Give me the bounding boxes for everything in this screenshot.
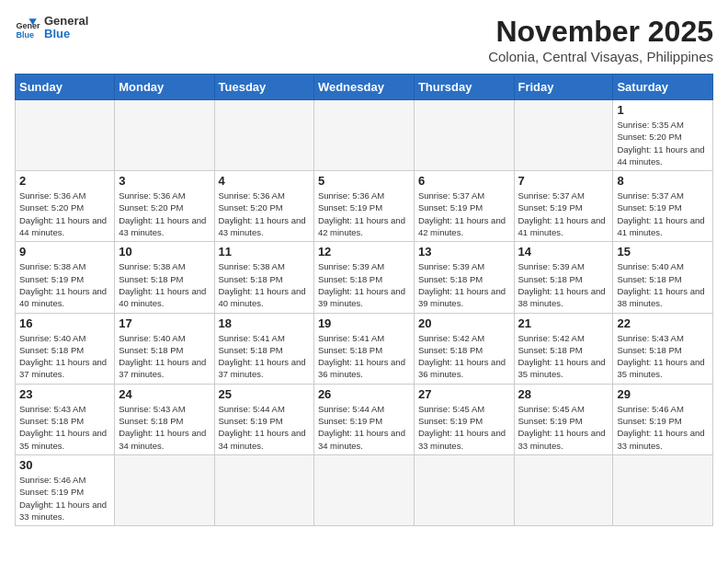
day-info: Sunrise: 5:36 AMSunset: 5:20 PMDaylight:… xyxy=(19,190,110,238)
calendar-day-cell xyxy=(214,454,313,525)
day-number: 6 xyxy=(418,174,510,188)
calendar-day-cell: 3Sunrise: 5:36 AMSunset: 5:20 PMDaylight… xyxy=(115,171,214,242)
day-number: 24 xyxy=(119,387,210,401)
day-of-week-header: Saturday xyxy=(613,75,713,100)
day-number: 29 xyxy=(617,387,709,401)
day-number: 20 xyxy=(418,316,510,330)
day-number: 21 xyxy=(518,316,609,330)
calendar-week-row: 2Sunrise: 5:36 AMSunset: 5:20 PMDaylight… xyxy=(16,171,713,242)
logo-general: General xyxy=(44,15,88,28)
calendar-day-cell: 8Sunrise: 5:37 AMSunset: 5:19 PMDaylight… xyxy=(613,171,713,242)
day-info: Sunrise: 5:38 AMSunset: 5:18 PMDaylight:… xyxy=(219,260,310,309)
day-info: Sunrise: 5:40 AMSunset: 5:18 PMDaylight:… xyxy=(19,332,110,381)
calendar-day-cell xyxy=(414,454,514,525)
day-info: Sunrise: 5:43 AMSunset: 5:18 PMDaylight:… xyxy=(617,332,709,381)
calendar-day-cell: 14Sunrise: 5:39 AMSunset: 5:18 PMDayligh… xyxy=(514,242,613,313)
day-info: Sunrise: 5:44 AMSunset: 5:19 PMDaylight:… xyxy=(219,403,310,452)
day-number: 9 xyxy=(19,245,110,259)
calendar-day-cell xyxy=(115,100,214,171)
calendar-day-cell xyxy=(414,100,514,171)
day-info: Sunrise: 5:45 AMSunset: 5:19 PMDaylight:… xyxy=(418,403,510,452)
calendar-day-cell: 9Sunrise: 5:38 AMSunset: 5:19 PMDaylight… xyxy=(16,242,115,313)
day-info: Sunrise: 5:37 AMSunset: 5:19 PMDaylight:… xyxy=(418,190,510,238)
day-of-week-header: Wednesday xyxy=(313,75,414,100)
day-info: Sunrise: 5:37 AMSunset: 5:19 PMDaylight:… xyxy=(617,190,709,238)
svg-text:Blue: Blue xyxy=(16,30,34,40)
day-info: Sunrise: 5:36 AMSunset: 5:20 PMDaylight:… xyxy=(119,190,210,238)
calendar-day-cell: 7Sunrise: 5:37 AMSunset: 5:19 PMDaylight… xyxy=(514,171,613,242)
day-of-week-header: Sunday xyxy=(16,75,115,100)
calendar-day-cell: 21Sunrise: 5:42 AMSunset: 5:18 PMDayligh… xyxy=(514,313,613,384)
calendar-day-cell: 18Sunrise: 5:41 AMSunset: 5:18 PMDayligh… xyxy=(214,313,313,384)
calendar-day-cell: 23Sunrise: 5:43 AMSunset: 5:18 PMDayligh… xyxy=(16,384,115,454)
calendar-day-cell: 6Sunrise: 5:37 AMSunset: 5:19 PMDaylight… xyxy=(414,171,514,242)
calendar-header-row: SundayMondayTuesdayWednesdayThursdayFrid… xyxy=(16,75,713,100)
calendar-day-cell xyxy=(214,100,313,171)
day-info: Sunrise: 5:46 AMSunset: 5:19 PMDaylight:… xyxy=(617,403,709,452)
calendar-day-cell xyxy=(115,454,214,525)
calendar-day-cell: 30Sunrise: 5:46 AMSunset: 5:19 PMDayligh… xyxy=(16,454,115,525)
day-number: 3 xyxy=(119,174,210,188)
day-number: 8 xyxy=(617,174,709,188)
day-number: 28 xyxy=(518,387,609,401)
calendar-day-cell xyxy=(514,454,613,525)
calendar-day-cell: 26Sunrise: 5:44 AMSunset: 5:19 PMDayligh… xyxy=(313,384,414,454)
day-of-week-header: Thursday xyxy=(414,75,514,100)
day-info: Sunrise: 5:36 AMSunset: 5:19 PMDaylight:… xyxy=(318,190,410,238)
day-number: 27 xyxy=(418,387,510,401)
day-number: 22 xyxy=(617,316,709,330)
day-of-week-header: Tuesday xyxy=(214,75,313,100)
day-of-week-header: Friday xyxy=(514,75,613,100)
month-title: November 2025 xyxy=(488,15,713,49)
calendar-day-cell: 28Sunrise: 5:45 AMSunset: 5:19 PMDayligh… xyxy=(514,384,613,454)
day-info: Sunrise: 5:46 AMSunset: 5:19 PMDaylight:… xyxy=(19,474,110,523)
calendar-day-cell: 25Sunrise: 5:44 AMSunset: 5:19 PMDayligh… xyxy=(214,384,313,454)
calendar-table: SundayMondayTuesdayWednesdayThursdayFrid… xyxy=(15,74,713,526)
day-number: 2 xyxy=(19,174,110,188)
day-number: 7 xyxy=(518,174,609,188)
location-title: Colonia, Central Visayas, Philippines xyxy=(488,49,713,64)
logo-blue: Blue xyxy=(44,28,88,40)
calendar-day-cell: 17Sunrise: 5:40 AMSunset: 5:18 PMDayligh… xyxy=(115,313,214,384)
day-info: Sunrise: 5:37 AMSunset: 5:19 PMDaylight:… xyxy=(518,190,609,238)
day-number: 11 xyxy=(219,245,310,259)
day-number: 17 xyxy=(119,316,210,330)
calendar-day-cell: 19Sunrise: 5:41 AMSunset: 5:18 PMDayligh… xyxy=(313,313,414,384)
day-number: 30 xyxy=(19,458,110,472)
day-info: Sunrise: 5:39 AMSunset: 5:18 PMDaylight:… xyxy=(318,260,410,309)
day-info: Sunrise: 5:38 AMSunset: 5:18 PMDaylight:… xyxy=(119,260,210,309)
day-number: 23 xyxy=(19,387,110,401)
day-info: Sunrise: 5:40 AMSunset: 5:18 PMDaylight:… xyxy=(119,332,210,381)
calendar-day-cell: 15Sunrise: 5:40 AMSunset: 5:18 PMDayligh… xyxy=(613,242,713,313)
day-info: Sunrise: 5:42 AMSunset: 5:18 PMDaylight:… xyxy=(418,332,510,381)
day-number: 25 xyxy=(219,387,310,401)
calendar-day-cell: 12Sunrise: 5:39 AMSunset: 5:18 PMDayligh… xyxy=(313,242,414,313)
page-header: General Blue General Blue November 2025 … xyxy=(15,15,713,64)
day-info: Sunrise: 5:39 AMSunset: 5:18 PMDaylight:… xyxy=(518,260,609,309)
day-info: Sunrise: 5:41 AMSunset: 5:18 PMDaylight:… xyxy=(219,332,310,381)
day-info: Sunrise: 5:41 AMSunset: 5:18 PMDaylight:… xyxy=(318,332,410,381)
day-info: Sunrise: 5:43 AMSunset: 5:18 PMDaylight:… xyxy=(19,403,110,452)
day-info: Sunrise: 5:36 AMSunset: 5:20 PMDaylight:… xyxy=(219,190,310,238)
logo-icon: General Blue xyxy=(15,15,40,40)
day-number: 13 xyxy=(418,245,510,259)
calendar-day-cell xyxy=(613,454,713,525)
day-number: 16 xyxy=(19,316,110,330)
day-number: 5 xyxy=(318,174,410,188)
day-number: 26 xyxy=(318,387,410,401)
day-info: Sunrise: 5:35 AMSunset: 5:20 PMDaylight:… xyxy=(617,119,709,167)
calendar-week-row: 1Sunrise: 5:35 AMSunset: 5:20 PMDaylight… xyxy=(16,100,713,171)
day-number: 18 xyxy=(219,316,310,330)
calendar-day-cell xyxy=(313,454,414,525)
title-area: November 2025 Colonia, Central Visayas, … xyxy=(488,15,713,64)
calendar-week-row: 16Sunrise: 5:40 AMSunset: 5:18 PMDayligh… xyxy=(16,313,713,384)
calendar-day-cell: 10Sunrise: 5:38 AMSunset: 5:18 PMDayligh… xyxy=(115,242,214,313)
day-number: 1 xyxy=(617,103,709,117)
day-info: Sunrise: 5:45 AMSunset: 5:19 PMDaylight:… xyxy=(518,403,609,452)
logo: General Blue General Blue xyxy=(15,15,88,41)
calendar-day-cell: 11Sunrise: 5:38 AMSunset: 5:18 PMDayligh… xyxy=(214,242,313,313)
day-info: Sunrise: 5:44 AMSunset: 5:19 PMDaylight:… xyxy=(318,403,410,452)
day-info: Sunrise: 5:40 AMSunset: 5:18 PMDaylight:… xyxy=(617,260,709,309)
day-number: 4 xyxy=(219,174,310,188)
calendar-day-cell: 2Sunrise: 5:36 AMSunset: 5:20 PMDaylight… xyxy=(16,171,115,242)
